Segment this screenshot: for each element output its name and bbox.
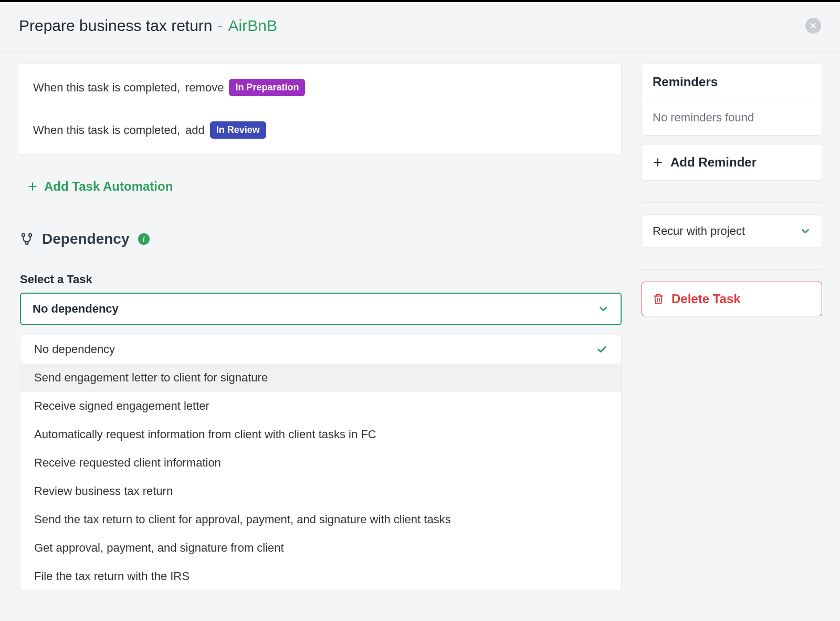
automation-rule[interactable]: When this task is completed, removeIn Pr… <box>33 79 606 96</box>
dropdown-option[interactable]: File the tax return with the IRS <box>20 562 621 591</box>
dependency-dropdown[interactable]: No dependencySend engagement letter to c… <box>20 335 622 591</box>
divider <box>642 202 822 203</box>
reminders-panel: Reminders No reminders found <box>642 64 822 136</box>
automation-prefix: When this task is completed, <box>33 81 180 95</box>
task-name: Prepare business tax return <box>19 17 213 35</box>
automation-action: remove <box>185 81 224 95</box>
dependency-select-label: Select a Task <box>20 273 622 286</box>
main-column: When this task is completed, removeIn Pr… <box>18 64 622 591</box>
close-icon <box>809 22 817 30</box>
dependency-selected-value: No dependency <box>33 302 119 316</box>
dropdown-option[interactable]: Automatically request information from c… <box>20 420 621 449</box>
side-column: Reminders No reminders found Add Reminde… <box>642 64 822 591</box>
dropdown-option[interactable]: Receive signed engagement letter <box>20 392 621 420</box>
dropdown-option[interactable]: Receive requested client information <box>20 449 621 477</box>
modal-title: Prepare business tax return - AirBnB <box>19 17 277 35</box>
reminders-title: Reminders <box>642 64 822 100</box>
chevron-down-icon <box>800 225 811 237</box>
dropdown-option[interactable]: Get approval, payment, and signature fro… <box>20 534 621 562</box>
dropdown-option-label: Receive signed engagement letter <box>34 399 209 413</box>
plus-icon <box>653 157 663 168</box>
dropdown-option-label: No dependency <box>34 343 115 356</box>
add-reminder-label: Add Reminder <box>670 155 757 170</box>
dropdown-option-label: Send engagement letter to client for sig… <box>34 371 268 385</box>
check-icon <box>596 344 607 355</box>
divider <box>642 269 822 270</box>
automation-action: add <box>185 123 205 137</box>
automation-rule[interactable]: When this task is completed, addIn Revie… <box>33 121 606 139</box>
modal-body: When this task is completed, removeIn Pr… <box>0 52 840 591</box>
add-automation-button[interactable]: Add Task Automation <box>27 179 622 194</box>
status-tag: In Preparation <box>229 79 305 96</box>
info-icon[interactable]: i <box>138 233 150 245</box>
client-name[interactable]: AirBnB <box>228 17 277 35</box>
task-modal: Prepare business tax return - AirBnB Whe… <box>0 0 840 621</box>
modal-header: Prepare business tax return - AirBnB <box>0 2 840 52</box>
dropdown-option[interactable]: Send the tax return to client for approv… <box>20 505 621 534</box>
git-branch-icon <box>20 232 34 246</box>
dropdown-option[interactable]: No dependency <box>20 335 621 364</box>
dependency-title: Dependency <box>42 231 130 247</box>
dependency-select[interactable]: No dependency <box>20 293 622 325</box>
add-automation-label: Add Task Automation <box>44 179 173 194</box>
dropdown-option[interactable]: Send engagement letter to client for sig… <box>20 364 621 392</box>
dropdown-option-label: File the tax return with the IRS <box>34 570 190 583</box>
trash-icon <box>653 293 664 305</box>
dependency-section: Dependency i Select a Task No dependency… <box>20 231 622 591</box>
plus-icon <box>27 181 38 192</box>
recur-label: Recur with project <box>653 224 745 238</box>
automation-rules: When this task is completed, removeIn Pr… <box>18 64 622 155</box>
dropdown-option-label: Get approval, payment, and signature fro… <box>34 541 284 555</box>
dropdown-option-label: Send the tax return to client for approv… <box>34 513 451 526</box>
dropdown-option-label: Review business tax return <box>34 484 173 498</box>
delete-task-button[interactable]: Delete Task <box>642 282 822 316</box>
dependency-header: Dependency i <box>20 231 622 247</box>
add-reminder-button[interactable]: Add Reminder <box>642 144 822 181</box>
title-separator: - <box>218 17 223 35</box>
status-tag: In Review <box>210 121 266 139</box>
chevron-down-icon <box>597 303 609 315</box>
dropdown-option-label: Receive requested client information <box>34 456 221 470</box>
recur-select[interactable]: Recur with project <box>642 214 822 248</box>
reminders-empty: No reminders found <box>642 100 822 135</box>
delete-task-label: Delete Task <box>671 292 741 306</box>
dropdown-option-label: Automatically request information from c… <box>34 428 376 441</box>
close-button[interactable] <box>805 18 821 34</box>
dropdown-option[interactable]: Review business tax return <box>20 477 621 505</box>
automation-prefix: When this task is completed, <box>33 123 180 137</box>
